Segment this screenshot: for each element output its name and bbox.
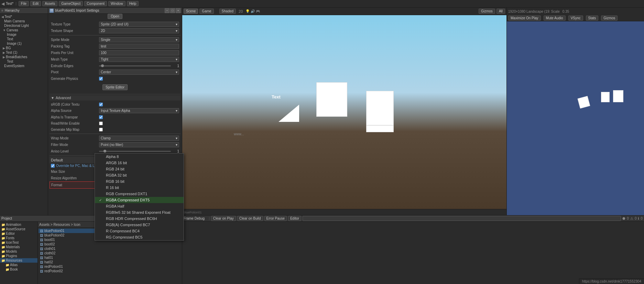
file-boot02[interactable]: 🖼 boot02 [39,242,181,246]
texture-shape-dropdown[interactable]: 2D ▾ [99,28,179,33]
sidebar-item-resources[interactable]: 📁 Resources [0,258,37,263]
game-tab[interactable]: Game [199,9,214,14]
format-option-dxt1[interactable]: RGB Compressed DXT1 [95,191,184,197]
file-cloth01[interactable]: 🖼 cloth01 [39,246,181,251]
sidebar-item-assetsource[interactable]: 📁 AssetSource [0,227,37,231]
gizmos-btn[interactable]: Gizmos [479,9,495,14]
file-hat01[interactable]: 🖼 hat01 [39,255,181,260]
console-search-input[interactable] [303,216,621,221]
hier-item-test2[interactable]: Test [0,59,48,64]
format-option-rgb24[interactable]: RGB 24 bit [95,166,184,172]
format-option-r16[interactable]: R 16 bit [95,185,184,191]
hier-item-main-camera[interactable]: Main Camera [0,19,48,23]
open-button[interactable]: Open [108,14,122,19]
mesh-type-dropdown[interactable]: Tight ▾ [99,57,179,62]
format-option-rgba32[interactable]: RGBA 32 bit [95,172,184,178]
texture-type-dropdown[interactable]: Sprite (2D and UI) ▾ [99,22,179,27]
file-redpotion02-icon: 🖼 [40,270,43,273]
hier-item-test[interactable]: ◀ Test* [0,14,48,19]
hier-item-image[interactable]: Image [0,32,48,37]
dropdown-arrow6: ▾ [176,109,177,113]
file-cloth02[interactable]: 🖼 cloth02 [39,251,181,255]
format-option-alpha8[interactable]: Alpha 8 [95,154,184,160]
file-cloth02-icon: 🖼 [40,252,43,255]
dropdown-arrow7: ▾ [176,136,177,140]
hier-item-test1[interactable]: ▶ Test (1) [0,50,48,55]
maximize-on-play-btn[interactable]: Maximize On Play [508,15,541,21]
sidebar-atlas-label: Atlas [10,263,18,267]
hier-item-directional-light[interactable]: Directional Light [0,23,48,28]
scene-tab[interactable]: Scene [184,9,198,14]
hier-item-canvas[interactable]: ▼ Canvas [0,28,48,32]
format-option-argb16[interactable]: ARGB 16 bit [95,160,184,166]
format-label: Format [51,183,99,187]
pixels-per-unit-input[interactable] [99,50,179,55]
tab-assets[interactable]: Assets [42,1,57,6]
viewport-area[interactable]: Text New Text www... [182,15,506,209]
packing-tag-input[interactable] [99,44,179,49]
file-redpotion02-label: redPotion02 [44,269,63,273]
import-close-btn[interactable]: × [176,8,181,13]
file-hat02[interactable]: 🖼 hat02 [39,260,181,264]
error-pause-btn[interactable]: Error Pause [264,216,287,221]
aniso-level-slider[interactable] [99,151,171,152]
wrap-mode-dropdown[interactable]: Clamp ▾ [99,136,179,141]
hier-item-image1[interactable]: Image (1) [0,41,48,46]
srgb-checkbox[interactable] [99,103,103,106]
generate-physics-checkbox[interactable] [99,77,103,81]
hier-item-bg[interactable]: ▶ BG [0,46,48,50]
sidebar-item-models[interactable]: 📁 Models [0,249,37,254]
hier-item-eventsystem[interactable]: EventSystem [0,64,48,68]
shaded-btn[interactable]: Shaded [219,9,236,14]
sprite-mode-dropdown[interactable]: Single ▾ [99,37,179,42]
tab-window[interactable]: Window [108,1,125,6]
sprite-editor-button[interactable]: Sprite Editor [102,84,128,90]
tab-gameobject[interactable]: GameObject [59,1,83,6]
format-option-rgb9e5[interactable]: RGB9e5 32 bit Shared Exponent Float [95,209,184,215]
filter-mode-dropdown[interactable]: Point (no filter) ▾ [99,142,179,147]
sidebar-item-plugins[interactable]: 📁 Plugins [0,254,37,258]
hierarchy-list: ◀ Test* Main Camera Directional Light ▼ … [0,14,48,215]
stats-btn[interactable]: Stats [586,15,599,21]
import-max-btn[interactable]: □ [170,8,175,13]
sidebar-item-book[interactable]: 📁 Book [0,267,37,272]
sidebar-item-editor[interactable]: 📁 Editor [0,231,37,236]
import-min-btn[interactable]: − [165,8,170,13]
all-btn[interactable]: All [496,9,505,14]
clear-on-build-btn[interactable]: Clear on Build [237,216,263,221]
alpha-transparent-checkbox[interactable] [99,115,103,119]
gizmos-right-btn[interactable]: Gizmos [601,15,618,21]
hier-item-text[interactable]: Text [0,37,48,41]
sidebar-item-fonts[interactable]: 📁 Fonts [0,236,37,240]
vsync-btn[interactable]: VSync [568,15,583,21]
sidebar-item-atlas[interactable]: 📁 Atlas [0,263,37,267]
read-write-checkbox[interactable] [99,122,103,125]
alpha-source-dropdown[interactable]: Input Texture Alpha ▾ [99,108,179,113]
tab-help[interactable]: Help [127,1,139,6]
tab-component[interactable]: Component [84,1,107,6]
sidebar-item-animation[interactable]: 📁 Animation [0,222,37,227]
sidebar-item-icontest[interactable]: 📁 IconTest [0,240,37,245]
generate-mip-checkbox[interactable] [99,128,103,132]
format-option-dxt5[interactable]: ✓ RGBA Compressed DXT5 [95,197,184,203]
sep2 [50,94,181,94]
clear-on-play-btn[interactable]: Clear on Play [211,216,236,221]
hier-item-breakbatches[interactable]: ▶ BreakBatches [0,55,48,59]
file-redpotion01[interactable]: 🖼 redPotion01 [39,264,181,269]
format-option-rgba-half[interactable]: RGBA Half [95,203,184,209]
file-cloth02-label: cloth02 [44,251,55,255]
format-option-rgb16-label: RGB 16 bit [106,179,124,183]
editor-btn[interactable]: Editor [288,216,301,221]
file-redpotion02[interactable]: 🖼 redPotion02 [39,269,181,273]
pivot-dropdown[interactable]: Center ▾ [99,70,179,75]
mute-audio-btn[interactable]: Mute Audio [544,15,566,21]
dropdown-arrow: ▾ [176,22,177,26]
sidebar-item-materials[interactable]: 📁 Materials [0,245,37,249]
tab-file[interactable]: File [19,1,29,6]
file-bluepotion02-icon: 🖼 [40,234,43,237]
override-checkbox[interactable] [51,164,55,168]
sidebar-plugins-label: Plugins [6,254,17,258]
format-option-rgb16[interactable]: RGB 16 bit [95,178,184,185]
extrude-edges-slider[interactable] [99,65,171,66]
tab-edit[interactable]: Edit [30,1,41,6]
